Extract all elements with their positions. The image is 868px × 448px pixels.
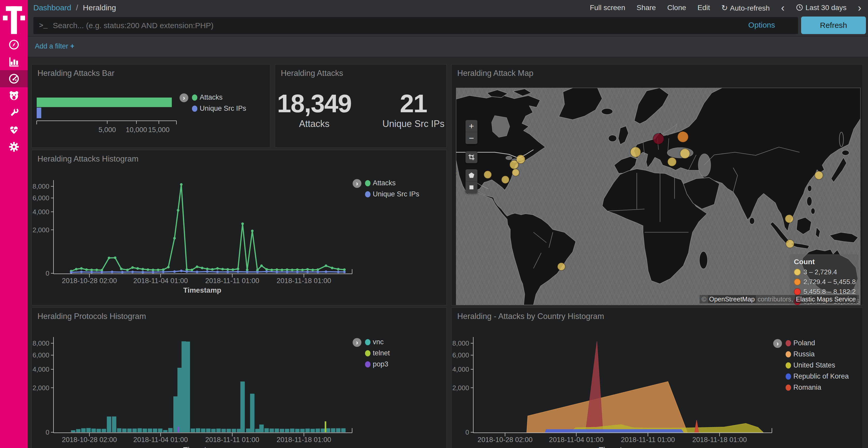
metric-attacks: 18,349 Attacks <box>277 90 351 129</box>
square-icon <box>468 184 475 191</box>
crop-tool-button[interactable] <box>466 151 477 163</box>
ems-link[interactable]: Elastic Maps Service <box>795 295 857 303</box>
sidebar-item-management[interactable] <box>0 138 28 156</box>
legend-dot <box>794 269 801 276</box>
svg-text:15,000: 15,000 <box>148 126 170 134</box>
legend-dot <box>365 180 370 186</box>
search-input[interactable] <box>53 21 798 30</box>
pentagon-icon <box>468 172 475 179</box>
clock-icon <box>796 4 803 11</box>
legend-dot <box>794 278 801 285</box>
legend-item-united-states[interactable]: United States <box>785 361 849 369</box>
legend-dot <box>785 351 791 357</box>
breadcrumb: Dashboard / Heralding <box>33 3 116 12</box>
wrench-icon <box>8 107 20 119</box>
legend-dot <box>365 350 370 356</box>
legend-item-poland[interactable]: Poland <box>785 339 849 347</box>
zoom-in-button[interactable]: + <box>466 120 477 132</box>
legend-item-attacks[interactable]: Attacks <box>192 94 246 101</box>
legend: › Poland Russia United States Republic o… <box>773 339 849 391</box>
top-menu: Full screen Share Clone Edit ↻Auto-refre… <box>590 3 868 12</box>
auto-refresh-button[interactable]: ↻Auto-refresh <box>721 3 770 12</box>
telekom-logo[interactable] <box>0 5 28 36</box>
legend-item-unique-src-ips[interactable]: Unique Src IPs <box>192 105 246 112</box>
clone-button[interactable]: Clone <box>667 4 686 12</box>
legend-item-republic-of-korea[interactable]: Republic of Korea <box>785 372 849 380</box>
svg-text:2018-11-11 01:00: 2018-11-11 01:00 <box>205 277 259 285</box>
panel-attacks-bar: Heralding Attacks Bar 5,00010,00015,000 … <box>32 64 270 148</box>
map-crop-control <box>466 151 477 163</box>
svg-text:Timestamp: Timestamp <box>183 286 221 294</box>
legend-toggle-icon[interactable]: › <box>773 339 782 348</box>
zoom-out-button[interactable]: − <box>466 132 477 144</box>
legend-item-vnc[interactable]: vnc <box>365 338 390 346</box>
add-filter-link[interactable]: Add a filter+ <box>35 42 74 50</box>
sidebar-item-discover[interactable] <box>0 36 28 53</box>
panel-title: Heralding Attacks <box>281 69 343 78</box>
svg-text:6,000: 6,000 <box>33 351 49 359</box>
lion-icon <box>8 90 20 102</box>
legend-item-russia[interactable]: Russia <box>785 350 849 358</box>
metric-label: Unique Src IPs <box>382 118 444 129</box>
svg-text:2018-10-28 02:00: 2018-10-28 02:00 <box>62 277 117 285</box>
panel-title: Heralding Attack Map <box>457 69 533 78</box>
legend-item-telnet[interactable]: telnet <box>365 349 390 357</box>
time-forward-button[interactable]: › <box>858 4 861 11</box>
polygon-tool-button[interactable] <box>466 169 477 181</box>
svg-text:0: 0 <box>466 428 469 436</box>
compass-icon <box>8 39 20 50</box>
legend-dot <box>785 362 791 369</box>
edit-button[interactable]: Edit <box>698 4 710 12</box>
options-link[interactable]: Options <box>748 21 775 29</box>
heartbeat-icon <box>8 124 20 136</box>
sidebar-item-dev-tools[interactable] <box>0 104 28 121</box>
legend-toggle-icon[interactable]: › <box>352 338 362 347</box>
legend-item-pop3[interactable]: pop3 <box>365 360 390 368</box>
legend: › Attacks Unique Src IPs <box>180 94 246 112</box>
sidebar-item-visualize[interactable] <box>0 53 28 70</box>
osm-link[interactable]: OpenStreetMap <box>708 295 756 303</box>
legend-toggle-icon[interactable]: › <box>352 179 362 188</box>
search-box: >_ <box>33 17 798 34</box>
legend-dot <box>785 384 791 391</box>
metric-unique-src-ips: 21 Unique Src IPs <box>382 90 444 129</box>
metric-value: 18,349 <box>277 90 351 117</box>
svg-text:0: 0 <box>46 269 49 277</box>
time-range-button[interactable]: Last 30 days <box>796 4 846 12</box>
legend: › Attacks Unique Src IPs <box>352 179 419 198</box>
sidebar-item-dashboard[interactable] <box>0 70 28 87</box>
legend-item-attacks[interactable]: Attacks <box>365 179 419 187</box>
map-draw-controls <box>466 169 477 193</box>
map-zoom-controls: + − <box>466 120 477 144</box>
legend-dot <box>794 288 801 295</box>
crop-icon <box>468 153 475 161</box>
refresh-button[interactable]: Refresh <box>801 16 866 34</box>
breadcrumb-dashboard-link[interactable]: Dashboard <box>33 3 71 12</box>
legend-item-unique-src-ips[interactable]: Unique Src IPs <box>365 190 419 198</box>
svg-text:8,000: 8,000 <box>33 182 49 190</box>
map-legend-row: 5,455.8 – 8,182.2 <box>794 288 859 296</box>
svg-text:5,000: 5,000 <box>98 126 116 134</box>
svg-text:2018-11-04 01:00: 2018-11-04 01:00 <box>133 277 188 285</box>
legend-item-romania[interactable]: Romania <box>785 383 849 391</box>
plus-icon: + <box>70 42 74 50</box>
rectangle-tool-button[interactable] <box>466 181 477 193</box>
panel-country-histogram: Heralding - Attacks by Country Histogram… <box>451 307 863 448</box>
svg-text:2018-11-18 01:00: 2018-11-18 01:00 <box>692 436 747 444</box>
legend: › vnc telnet pop3 <box>352 338 390 368</box>
legend-dot <box>192 106 197 112</box>
legend-toggle-icon[interactable]: › <box>180 94 188 102</box>
svg-text:2018-11-18 01:00: 2018-11-18 01:00 <box>277 277 331 285</box>
time-back-button[interactable]: ‹ <box>781 4 784 11</box>
query-prompt-icon: >_ <box>39 22 48 30</box>
metric-label: Attacks <box>277 118 351 129</box>
fullscreen-button[interactable]: Full screen <box>590 4 625 12</box>
share-button[interactable]: Share <box>637 4 656 12</box>
world-map[interactable]: + − Co <box>456 88 861 305</box>
svg-text:4,000: 4,000 <box>452 366 469 373</box>
sidebar-item-timelion[interactable] <box>0 87 28 104</box>
svg-text:4,000: 4,000 <box>33 366 49 373</box>
sidebar-item-monitoring[interactable] <box>0 121 28 138</box>
search-bar-row: >_ Options Refresh <box>28 15 868 36</box>
metric-value: 21 <box>382 90 444 117</box>
